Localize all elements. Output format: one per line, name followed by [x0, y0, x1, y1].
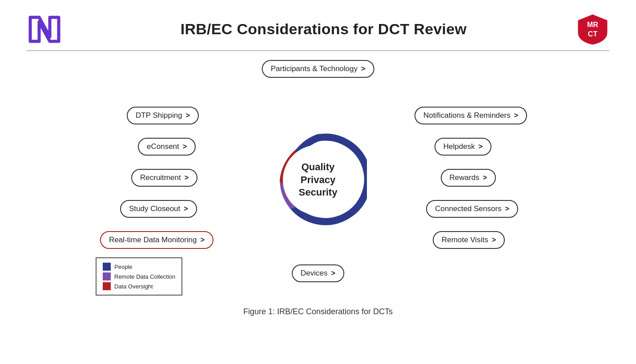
- right-logo-icon: MR CT: [576, 12, 609, 46]
- legend-item-people: People: [103, 263, 175, 271]
- econsent-button[interactable]: eConsent >: [138, 138, 196, 156]
- svg-text:MR: MR: [587, 21, 598, 28]
- legend-item-oversight: Data Oversight: [103, 282, 175, 290]
- legend-color-oversight: [103, 282, 111, 290]
- diagram-container: Quality Privacy Security Participants & …: [96, 56, 540, 304]
- figure-caption: Figure 1: IRB/EC Considerations for DCTs: [243, 307, 393, 316]
- devices-button[interactable]: Devices >: [292, 264, 344, 282]
- helpdesk-button[interactable]: Helpdesk >: [435, 138, 491, 156]
- legend-color-people: [103, 263, 111, 271]
- dtp-shipping-button[interactable]: DTP Shipping >: [127, 107, 199, 124]
- header: IRB/EC Considerations for DCT Review MR …: [0, 0, 636, 50]
- realtime-monitoring-button[interactable]: Real-time Data Monitoring >: [100, 231, 213, 249]
- notifications-reminders-button[interactable]: Notifications & Reminders >: [415, 107, 527, 124]
- remote-visits-button[interactable]: Remote Visits >: [433, 231, 505, 249]
- rewards-button[interactable]: Rewards >: [441, 169, 496, 187]
- svg-marker-0: [30, 17, 59, 41]
- participants-technology-button[interactable]: Participants & Technology >: [262, 60, 374, 78]
- connected-sensors-button[interactable]: Connected Sensors >: [426, 200, 518, 218]
- center-label: Quality Privacy Security: [299, 161, 338, 199]
- legend: People Remote Data Collection Data Overs…: [96, 257, 182, 296]
- legend-color-remote: [103, 272, 111, 280]
- recruitment-button[interactable]: Recruitment >: [131, 169, 197, 187]
- left-logo-icon: [27, 14, 62, 45]
- study-closeout-button[interactable]: Study Closeout >: [120, 200, 197, 218]
- legend-item-remote: Remote Data Collection: [103, 272, 175, 280]
- page-title: IRB/EC Considerations for DCT Review: [62, 20, 576, 38]
- header-divider: [27, 50, 609, 51]
- svg-text:CT: CT: [588, 30, 598, 38]
